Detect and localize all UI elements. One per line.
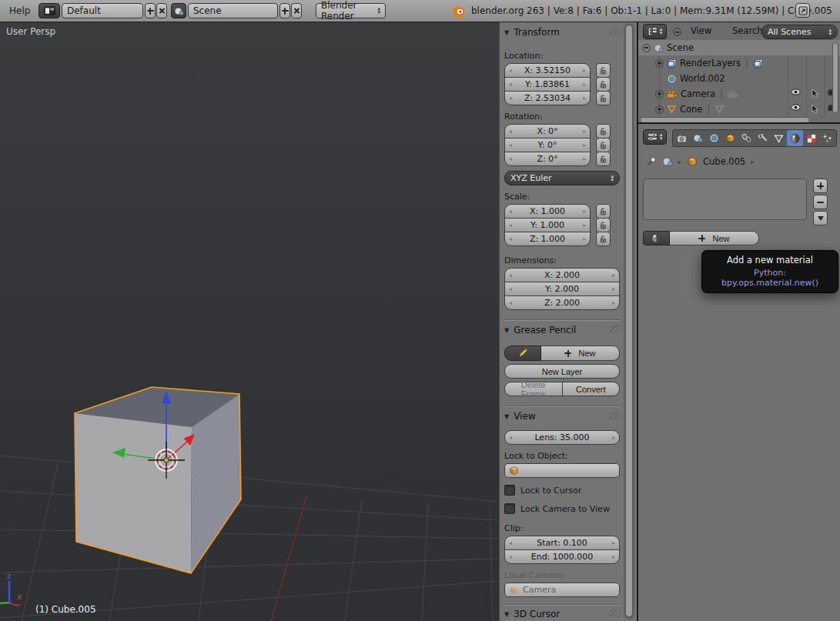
- window-duplicate-button[interactable]: [795, 3, 810, 18]
- panel-header-3d-cursor[interactable]: 3D Cursor: [504, 608, 620, 620]
- clip-start-field[interactable]: Start: 0.100: [504, 536, 620, 550]
- add-screen-layout-button[interactable]: [145, 3, 156, 18]
- panel-drag-handle[interactable]: [609, 609, 621, 617]
- location-y-field[interactable]: Y: 1.83861: [504, 77, 591, 92]
- scene-name-input[interactable]: [193, 5, 273, 16]
- location-z-field[interactable]: Z: 2.53034: [504, 91, 591, 105]
- location-z-lock-button[interactable]: [596, 91, 611, 105]
- editor-type-outliner-button[interactable]: [643, 24, 667, 39]
- viewport-3d[interactable]: z x User Persp (1) Cube.005: [0, 22, 499, 621]
- add-material-slot-button[interactable]: [813, 179, 828, 193]
- dimensions-x-field[interactable]: X: 2.000: [504, 268, 620, 282]
- scene-context-icon[interactable]: [662, 156, 673, 167]
- remove-material-slot-button[interactable]: [813, 195, 828, 209]
- browse-material-button[interactable]: [643, 231, 670, 245]
- tab-scene[interactable]: [690, 130, 706, 146]
- tab-material[interactable]: [787, 130, 803, 146]
- panel-drag-handle[interactable]: [609, 27, 621, 35]
- panel-header-view[interactable]: View: [504, 410, 620, 422]
- selectable-cursor-icon[interactable]: [811, 88, 819, 98]
- outliner-item-cone[interactable]: Cone: [638, 102, 840, 117]
- editor-type-properties-button[interactable]: [643, 129, 667, 145]
- rotation-y-lock-button[interactable]: [596, 138, 611, 152]
- expand-icon[interactable]: [655, 59, 664, 68]
- location-x-field[interactable]: X: 3.52150: [504, 63, 591, 78]
- outliner-item-renderlayers[interactable]: RenderLayers: [638, 55, 840, 71]
- tab-modifiers[interactable]: [755, 130, 771, 146]
- hide-eye-icon[interactable]: [791, 88, 801, 95]
- location-x-lock-button[interactable]: [596, 63, 611, 78]
- n-panel-scrollbar[interactable]: [624, 23, 634, 619]
- hide-eye-icon[interactable]: [791, 104, 801, 111]
- screen-layout-name-input[interactable]: [67, 5, 138, 16]
- convert-button[interactable]: Convert: [563, 382, 621, 396]
- expand-icon[interactable]: [655, 105, 664, 114]
- rotation-x-lock-button[interactable]: [596, 124, 611, 139]
- add-scene-button[interactable]: [279, 3, 290, 18]
- scale-x-field[interactable]: X: 1.000: [504, 204, 591, 219]
- selectable-cursor-icon[interactable]: [811, 104, 819, 114]
- outliner-search-menu[interactable]: Search: [732, 25, 763, 36]
- rotation-z-field[interactable]: Z: 0°: [504, 152, 591, 166]
- outliner-view-menu[interactable]: View: [691, 25, 711, 36]
- scale-y-lock-button[interactable]: [596, 218, 611, 232]
- tab-particles[interactable]: [819, 130, 835, 146]
- scale-y-field[interactable]: Y: 1.000: [504, 218, 591, 232]
- location-y-lock-button[interactable]: [596, 77, 611, 92]
- render-engine-select[interactable]: Blender Render: [316, 3, 386, 18]
- delete-scene-button[interactable]: [291, 3, 302, 18]
- clip-end-field[interactable]: End: 1000.000: [504, 549, 620, 564]
- expand-icon[interactable]: [655, 90, 664, 98]
- screen-layout-name-field[interactable]: [62, 3, 143, 18]
- lock-to-object-field[interactable]: [504, 463, 620, 478]
- tab-object[interactable]: [722, 130, 738, 146]
- tab-texture[interactable]: [803, 130, 819, 146]
- tab-world[interactable]: [706, 130, 722, 146]
- material-specials-button[interactable]: [813, 211, 828, 225]
- lock-to-cursor-checkbox[interactable]: [504, 485, 515, 496]
- tab-object-data[interactable]: [771, 130, 787, 146]
- breadcrumb-object-name[interactable]: Cube.005: [703, 156, 745, 167]
- pin-icon[interactable]: [646, 156, 657, 167]
- scale-z-lock-button[interactable]: [596, 232, 611, 246]
- scale-z-field[interactable]: Z: 1.000: [504, 232, 591, 246]
- panel-drag-handle[interactable]: [609, 325, 621, 333]
- collapse-all-icon[interactable]: [673, 28, 681, 36]
- lock-camera-row[interactable]: Lock Camera to View: [504, 503, 620, 514]
- collapse-icon[interactable]: [642, 44, 651, 52]
- panel-drag-handle[interactable]: [609, 411, 621, 419]
- outliner-horizontal-scrollbar[interactable]: [640, 117, 810, 123]
- scrollbar-thumb[interactable]: [625, 25, 633, 617]
- help-menu[interactable]: Help: [2, 0, 38, 22]
- lock-to-cursor-row[interactable]: Lock to Cursor: [504, 485, 620, 496]
- dimensions-y-field[interactable]: Y: 2.000: [504, 282, 620, 296]
- local-camera-field[interactable]: Camera: [504, 583, 620, 597]
- scale-x-lock-button[interactable]: [596, 204, 611, 219]
- scene-name-field[interactable]: [188, 3, 278, 18]
- outliner-vertical-scrollbar[interactable]: [832, 42, 838, 113]
- grease-pencil-new-button[interactable]: New: [541, 346, 620, 361]
- material-slots-list[interactable]: [643, 179, 807, 220]
- scene-browser-button[interactable]: [171, 3, 186, 18]
- tab-render[interactable]: [674, 130, 690, 146]
- outliner-item-scene[interactable]: Scene: [638, 40, 840, 55]
- new-layer-button[interactable]: New Layer: [504, 364, 620, 379]
- delete-frame-button[interactable]: Delete Frame: [504, 382, 563, 396]
- outliner-item-world[interactable]: World.002: [638, 71, 840, 86]
- dimensions-z-field[interactable]: Z: 2.000: [504, 295, 620, 310]
- draw-mode-button[interactable]: [504, 346, 541, 361]
- delete-screen-layout-button[interactable]: [156, 3, 167, 18]
- tab-constraints[interactable]: [738, 130, 755, 146]
- panel-header-transform[interactable]: Transform: [504, 26, 620, 38]
- rotation-z-lock-button[interactable]: [596, 152, 611, 166]
- screen-layout-browser-button[interactable]: [38, 3, 60, 18]
- lens-field[interactable]: Lens: 35.000: [504, 430, 620, 445]
- panel-header-grease-pencil[interactable]: Grease Pencil: [504, 324, 620, 336]
- rotation-y-field[interactable]: Y: 0°: [504, 138, 591, 152]
- new-material-button[interactable]: New: [670, 231, 759, 245]
- rotation-x-field[interactable]: X: 0°: [504, 124, 591, 139]
- lock-camera-checkbox[interactable]: [504, 503, 515, 514]
- outliner-item-camera[interactable]: Camera: [638, 86, 840, 102]
- outliner-display-mode-select[interactable]: All Scenes: [761, 25, 838, 39]
- cube-object[interactable]: [75, 387, 241, 573]
